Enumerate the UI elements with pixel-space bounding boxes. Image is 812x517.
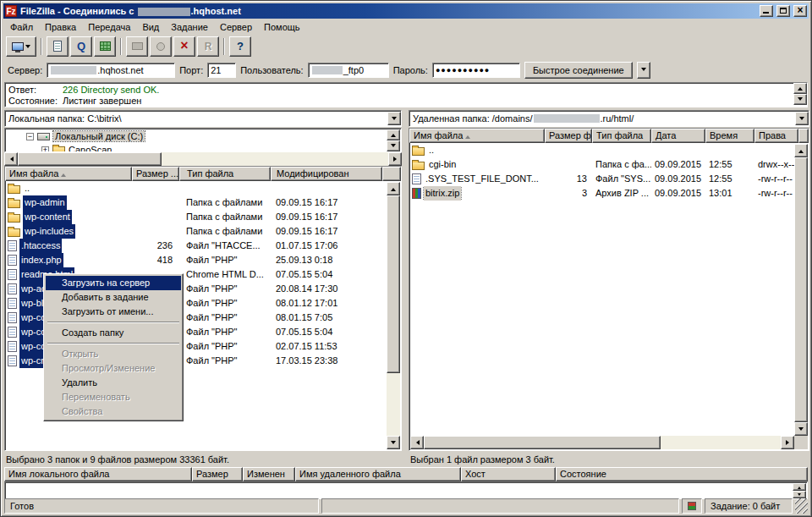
- quickconnect-dropdown[interactable]: [637, 62, 650, 79]
- column-header-rights[interactable]: Права: [754, 129, 798, 143]
- scroll-up-button[interactable]: [387, 129, 400, 140]
- table-row[interactable]: wp-includes Папка с файлами 09.09.15 16:…: [5, 224, 401, 239]
- scroll-down-button[interactable]: [793, 94, 807, 105]
- expand-icon[interactable]: +: [41, 146, 49, 153]
- scrollbar-track[interactable]: [424, 436, 781, 449]
- help-button[interactable]: [229, 36, 251, 57]
- remote-horizontal-scrollbar[interactable]: [410, 436, 794, 449]
- tree-scrollbar[interactable]: [387, 129, 400, 151]
- scroll-left-button[interactable]: [4, 152, 18, 166]
- table-row[interactable]: index.php 418 Файл "PHP" 25.09.13 0:18: [5, 253, 401, 267]
- menu-help[interactable]: Помощь: [258, 20, 306, 34]
- queue-view-button[interactable]: [70, 36, 92, 57]
- file-icon: [412, 173, 421, 184]
- table-row[interactable]: cgi-bin Папка с фа... 09.09.2015 12:55 d…: [409, 157, 809, 172]
- menu-item-upload-as[interactable]: Загрузить от имени...: [46, 305, 181, 319]
- file-name: ..: [427, 143, 436, 157]
- resize-grip[interactable]: [795, 498, 808, 514]
- combo-dropdown-button[interactable]: [795, 112, 809, 125]
- scroll-right-button[interactable]: [388, 152, 402, 166]
- column-header-name[interactable]: Имя файла: [5, 167, 132, 181]
- column-header-size[interactable]: Размер: [192, 467, 243, 481]
- table-row[interactable]: ..: [5, 181, 401, 195]
- column-header-local-name[interactable]: Имя локального файла: [4, 467, 192, 481]
- cancel-button[interactable]: [173, 36, 195, 57]
- table-row[interactable]: wp-admin Папка с файлами 09.09.15 16:17: [5, 195, 401, 210]
- log-scrollbar[interactable]: [793, 83, 807, 107]
- quickconnect-button[interactable]: Быстрое соединение: [524, 62, 633, 79]
- scroll-right-button[interactable]: [781, 436, 794, 449]
- scrollbar-track[interactable]: [794, 157, 808, 422]
- reconnect-button[interactable]: [197, 36, 219, 57]
- column-header-host[interactable]: Хост: [461, 467, 556, 481]
- scroll-up-button[interactable]: [387, 182, 400, 195]
- scrollbar-thumb[interactable]: [18, 152, 162, 166]
- site-manager-button[interactable]: [6, 36, 36, 57]
- scrollbar-track[interactable]: [18, 152, 388, 166]
- column-header-changed[interactable]: Изменен: [243, 467, 295, 481]
- port-input[interactable]: 21: [207, 63, 236, 78]
- scroll-down-button[interactable]: [794, 422, 808, 436]
- scroll-up-button[interactable]: [793, 83, 807, 94]
- column-header-time[interactable]: Время: [705, 129, 754, 143]
- remote-path-suffix: .ru/html/: [601, 113, 634, 124]
- menu-item-delete[interactable]: Удалить: [46, 376, 181, 390]
- arrow-up-icon: [798, 85, 803, 91]
- column-header-size[interactable]: Размер ф...: [545, 129, 592, 143]
- column-header-size[interactable]: Размер ...: [132, 167, 179, 181]
- refresh-icon: [132, 42, 143, 50]
- menu-edit[interactable]: Правка: [39, 20, 82, 34]
- remote-folder-combo[interactable]: Удаленная папка: /domains/.ru/html/: [409, 110, 809, 127]
- scroll-down-button[interactable]: [793, 491, 806, 498]
- table-row[interactable]: .htaccess 236 Файл "HTACCE... 01.07.15 1…: [5, 239, 401, 253]
- menu-file[interactable]: Файл: [4, 20, 39, 34]
- remote-list-scrollbar[interactable]: [794, 144, 808, 436]
- column-header-type[interactable]: Тип файла: [592, 129, 651, 143]
- table-row[interactable]: .SYS_TEST_FILE_DONT... 13 Файл "SYS... 0…: [409, 172, 809, 186]
- menu-server[interactable]: Сервер: [214, 20, 258, 34]
- combo-dropdown-button[interactable]: [387, 112, 401, 125]
- column-header-name[interactable]: Имя файла: [409, 129, 545, 143]
- table-row[interactable]: wp-content Папка с файлами 09.09.15 16:1…: [5, 210, 401, 224]
- menu-item-upload[interactable]: Загрузить на сервер: [46, 276, 181, 290]
- maximize-button[interactable]: [776, 5, 790, 17]
- local-folder-combo[interactable]: Локальная папка: C:\bitrix\: [4, 110, 402, 127]
- menu-queue[interactable]: Задание: [165, 20, 214, 34]
- column-header-remote-name[interactable]: Имя удаленного файла: [295, 467, 461, 481]
- scrollbar-thumb[interactable]: [387, 195, 400, 373]
- refresh-button[interactable]: [126, 36, 148, 57]
- tree-item-drive-c[interactable]: − Локальный диск (C:): [6, 129, 400, 143]
- scrollbar-track[interactable]: [387, 195, 400, 436]
- minimize-button[interactable]: [760, 5, 773, 17]
- scroll-up-button[interactable]: [794, 144, 808, 157]
- menu-view[interactable]: Вид: [136, 20, 165, 34]
- tree-item-folder[interactable]: + CanoScan: [6, 143, 400, 152]
- scroll-up-button[interactable]: [793, 483, 806, 491]
- process-queue-button[interactable]: [94, 36, 116, 57]
- column-header-date[interactable]: Дата: [651, 129, 705, 143]
- user-input[interactable]: _ftp0: [308, 63, 389, 78]
- local-list-scrollbar[interactable]: [387, 182, 400, 449]
- scroll-left-button[interactable]: [410, 436, 424, 449]
- scrollbar-thumb[interactable]: [424, 436, 661, 449]
- menu-transfer[interactable]: Передача: [82, 20, 136, 34]
- menu-item-add-to-queue[interactable]: Добавить в задание: [46, 290, 181, 305]
- column-header-state[interactable]: Состояние: [556, 467, 808, 481]
- collapse-icon[interactable]: −: [26, 133, 34, 140]
- close-button[interactable]: [793, 5, 807, 17]
- column-header-type[interactable]: Тип файла: [179, 167, 271, 181]
- scrollbar-thumb[interactable]: [794, 157, 808, 422]
- filter-button[interactable]: [150, 36, 172, 57]
- scroll-down-button[interactable]: [387, 140, 400, 151]
- server-input[interactable]: .hqhost.net: [47, 63, 175, 78]
- scroll-down-button[interactable]: [387, 436, 400, 449]
- column-header-modified[interactable]: Модифицирован: [271, 167, 382, 181]
- tree-horizontal-scrollbar[interactable]: [4, 152, 402, 166]
- password-input[interactable]: ●●●●●●●●●●: [432, 63, 520, 78]
- menu-item-create-folder[interactable]: Создать папку: [46, 326, 181, 340]
- toggle-log-button[interactable]: [47, 36, 69, 57]
- queue-scrollbar[interactable]: [793, 483, 806, 498]
- table-row[interactable]: ..: [409, 143, 809, 157]
- table-row[interactable]: bitrix.zip 3 Архив ZIP ... 09.09.2015 13…: [409, 186, 809, 201]
- help-icon: [237, 40, 244, 52]
